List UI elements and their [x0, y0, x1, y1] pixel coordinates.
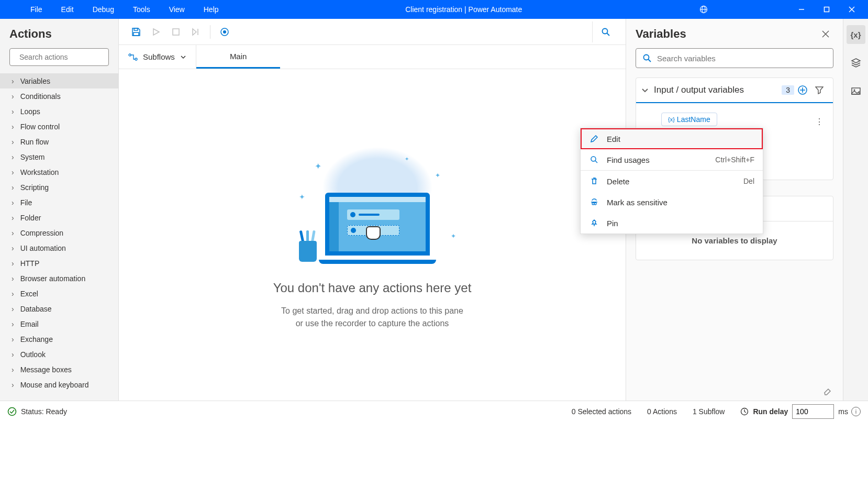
action-group-browser[interactable]: ›Browser automation: [0, 271, 118, 286]
clear-button[interactable]: [626, 381, 843, 395]
filter-button[interactable]: [811, 82, 828, 98]
menu-view[interactable]: View: [160, 1, 194, 18]
variables-search-input[interactable]: [657, 54, 827, 63]
right-rail: {x}: [843, 19, 868, 401]
menu-file[interactable]: File: [21, 1, 52, 18]
chevron-down-icon: [180, 54, 186, 60]
close-button[interactable]: [840, 2, 864, 17]
add-variable-button[interactable]: [794, 82, 811, 98]
svg-point-21: [644, 55, 649, 60]
action-group-email[interactable]: ›Email: [0, 316, 118, 331]
chevron-right-icon: ›: [12, 77, 14, 85]
action-group-loops[interactable]: ›Loops: [0, 104, 118, 119]
menu-tools[interactable]: Tools: [124, 1, 160, 18]
action-group-excel[interactable]: ›Excel: [0, 286, 118, 301]
variable-chip-lastname[interactable]: {x}LastName: [661, 113, 717, 126]
menu-edit[interactable]: Edit: [52, 1, 83, 18]
svg-point-30: [8, 407, 16, 415]
rail-images-button[interactable]: [847, 82, 865, 101]
action-group-conditionals[interactable]: ›Conditionals: [0, 88, 118, 104]
action-group-outlook[interactable]: ›Outlook: [0, 347, 118, 362]
workspace: Subflows Main ✦✦✦✦✦ You don't have any a…: [119, 19, 626, 401]
context-edit[interactable]: Edit: [581, 128, 763, 149]
chevron-right-icon: ›: [12, 153, 14, 161]
action-group-messageboxes[interactable]: ›Message boxes: [0, 362, 118, 377]
svg-line-16: [607, 33, 609, 36]
context-delete[interactable]: Delete Del: [581, 171, 763, 192]
maximize-button[interactable]: [815, 2, 839, 17]
actions-search[interactable]: [9, 48, 109, 66]
action-group-file[interactable]: ›File: [0, 195, 118, 210]
action-group-uiautomation[interactable]: ›UI automation: [0, 240, 118, 256]
chevron-right-icon: ›: [12, 290, 14, 298]
chevron-right-icon: ›: [12, 107, 14, 116]
context-pin[interactable]: Pin: [581, 213, 763, 234]
step-button[interactable]: [186, 22, 206, 42]
action-group-label: Scripting: [20, 183, 49, 192]
chevron-right-icon: ›: [12, 92, 14, 101]
tab-main[interactable]: Main: [196, 45, 281, 69]
actions-count: 0 Actions: [647, 407, 677, 416]
action-group-compression[interactable]: ›Compression: [0, 225, 118, 240]
subflows-dropdown[interactable]: Subflows: [119, 45, 196, 69]
run-delay-label: Run delay: [753, 407, 788, 416]
action-group-label: Database: [20, 305, 52, 313]
action-group-mousekeyboard[interactable]: ›Mouse and keyboard: [0, 377, 118, 392]
action-group-runflow[interactable]: ›Run flow: [0, 134, 118, 149]
environment-badge[interactable]: [699, 5, 784, 14]
canvas[interactable]: ✦✦✦✦✦ You don't have any actions here ye…: [119, 69, 626, 401]
menu-help[interactable]: Help: [194, 1, 228, 18]
action-group-label: Mouse and keyboard: [20, 381, 89, 389]
action-group-scripting[interactable]: ›Scripting: [0, 180, 118, 195]
minimize-button[interactable]: [789, 2, 814, 17]
action-group-label: Browser automation: [20, 274, 86, 283]
menu-debug[interactable]: Debug: [83, 1, 124, 18]
status-center: 0 Selected actions 0 Actions 1 Subflow R…: [572, 404, 861, 419]
run-delay-group: Run delay ms i: [740, 404, 861, 419]
variables-header: Variables: [626, 19, 843, 48]
window-controls: [789, 2, 864, 17]
chevron-right-icon: ›: [12, 381, 14, 389]
variable-row: {x}LastName ⋮: [636, 108, 833, 130]
actions-list[interactable]: ›Variables ›Conditionals ›Loops ›Flow co…: [0, 73, 118, 401]
io-section-header[interactable]: Input / output variables 3: [636, 78, 833, 103]
rail-variables-button[interactable]: {x}: [847, 25, 865, 44]
record-button[interactable]: [215, 22, 235, 42]
stop-button[interactable]: [166, 22, 186, 42]
action-group-label: HTTP: [20, 259, 40, 268]
chevron-right-icon: ›: [12, 305, 14, 313]
context-item-label: Find usages: [607, 156, 650, 164]
run-delay-input[interactable]: [792, 404, 834, 419]
variable-more-button[interactable]: ⋮: [811, 115, 828, 129]
action-group-label: Loops: [20, 107, 40, 116]
eraser-icon: [823, 386, 832, 395]
chevron-right-icon: ›: [12, 244, 14, 252]
variables-search[interactable]: [636, 48, 833, 68]
action-group-label: Outlook: [20, 350, 46, 359]
info-icon[interactable]: i: [851, 407, 861, 416]
rail-layers-button[interactable]: [847, 53, 865, 72]
context-menu: Edit Find usages Ctrl+Shift+F Delete Del…: [580, 128, 763, 234]
actions-search-input[interactable]: [19, 53, 111, 61]
context-mark-sensitive[interactable]: Mark as sensitive: [581, 192, 763, 213]
context-find-usages[interactable]: Find usages Ctrl+Shift+F: [581, 149, 763, 170]
action-group-flowcontrol[interactable]: ›Flow control: [0, 119, 118, 134]
close-panel-button[interactable]: [818, 26, 833, 42]
subflows-label: Subflows: [143, 52, 175, 61]
save-button[interactable]: [126, 22, 146, 42]
chevron-right-icon: ›: [12, 365, 14, 374]
action-group-database[interactable]: ›Database: [0, 301, 118, 316]
io-section-title: Input / output variables: [654, 85, 777, 95]
run-button[interactable]: [146, 22, 166, 42]
action-group-variables[interactable]: ›Variables: [0, 73, 118, 88]
workspace-search-button[interactable]: [592, 21, 618, 42]
action-group-exchange[interactable]: ›Exchange: [0, 331, 118, 347]
clock-icon: [740, 407, 749, 416]
separator: [210, 25, 210, 39]
action-group-workstation[interactable]: ›Workstation: [0, 164, 118, 180]
action-group-http[interactable]: ›HTTP: [0, 256, 118, 271]
action-group-system[interactable]: ›System: [0, 149, 118, 164]
chevron-down-icon: [641, 86, 649, 94]
chevron-right-icon: ›: [12, 183, 14, 192]
action-group-folder[interactable]: ›Folder: [0, 210, 118, 225]
